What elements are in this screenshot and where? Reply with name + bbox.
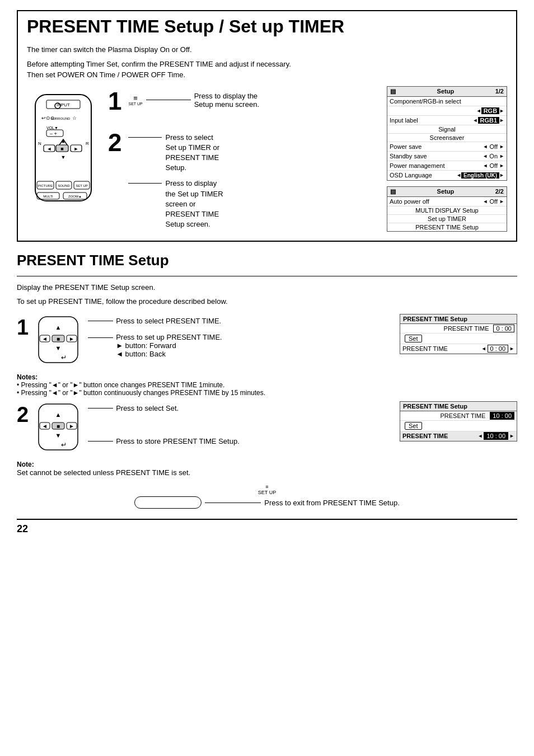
setup-exit-desc: Press to exit from PRESENT TIME Setup. [264,499,400,507]
present-time-section: PRESENT TIME Setup Display the PRESENT T… [17,252,517,509]
pt-step2-line1: Press to select Set. [88,404,394,412]
notes-title: Notes: [17,373,517,381]
section2-title: PRESENT TIME Setup [17,252,517,269]
intro2: Before attempting Timer Set, confirm the… [27,59,507,81]
setup-btn-label: ≡SET UP [258,485,276,496]
pt-step2-text1: Press to select Set. [116,404,179,412]
pt-menu-1-set-row: Set [400,334,517,344]
svg-text:☆: ☆ [72,115,77,121]
page-number: 22 [17,519,517,535]
svg-text:MULTI: MULTI [43,195,53,198]
menu-icon-1: ▤ [390,88,396,95]
svg-text:►: ► [69,336,74,342]
note1: • Pressing "◄" or "►" button once change… [17,381,517,389]
pt-menu-panel-2: PRESENT TIME Setup PRESENT TIME 10 : 00 … [400,401,517,442]
menu-row-screensaver: Screensaver [387,134,507,142]
pt-step1-texts: Press to select PRESENT TIME. Press to s… [88,314,394,358]
menu-row-component: Component/RGB-in select [387,97,507,106]
svg-text:◄: ◄ [42,423,48,429]
svg-text:►: ► [74,146,79,152]
step2-number: 2 [108,130,121,155]
pt-menu-2-time-row: PRESENT TIME 10 : 00 [400,411,517,421]
setup-exit-line [205,503,261,503]
pt-step1-horiz-line1 [88,321,113,321]
step2-line2: Press to displaythe Set up TIMERscreen o… [128,179,223,229]
svg-text:▲: ▲ [55,411,62,418]
svg-text:■: ■ [57,336,60,342]
svg-text:PICTURE: PICTURE [38,184,53,187]
svg-text:ZOOM▲: ZOOM▲ [68,195,82,198]
svg-text:▲: ▲ [61,138,66,144]
intro1: The timer can switch the Plasma Display … [27,44,507,55]
section2-intro1: Display the PRESENT TIME Setup screen. [17,282,517,293]
menu-panel-2: ▤ Setup 2/2 Auto power off ◄ Off ► [387,186,507,232]
pt-menu-1-time-label: PRESENT TIME [444,325,489,332]
pt-step1-horiz-line2 [88,337,113,338]
step2-block: 2 Press to selectSet up TIMER orPRESENT … [108,130,381,230]
svg-text:SURROUND: SURROUND [51,117,71,120]
svg-text:↵: ↵ [61,354,67,361]
pt-menu-1-set-btn: Set [405,335,422,342]
svg-text:N: N [38,141,41,146]
step1-number: 1 [108,89,121,114]
panels-column: ▤ Setup 1/2 Component/RGB-in select ◄ RG… [387,86,507,232]
notes-block: Notes: • Pressing "◄" or "►" button once… [17,373,517,397]
svg-text:↵: ↵ [61,441,67,449]
note-single: Set cannot be selected unless PRESENT TI… [17,468,517,477]
setup-btn-wrapper: ≡SET UP Press to exit from PRESENT TIME … [134,485,400,509]
pt-menu-1-row-label: PRESENT TIME [402,345,448,352]
menu-icon-2: ▤ [390,188,396,195]
pt-step1-left: 1 ▲ ◄ ■ [17,314,394,369]
pt-step2-line2: Press to store PRESENT TIME Setup. [88,437,394,445]
pt-menu-2-set-btn: Set [405,422,422,430]
menu-row-standby-save: Standby save ◄ On ► [387,152,507,161]
step1-content: ≡ SET UP Press to display theSetup menu … [128,89,259,111]
main-title: PRESENT TIME Setup / Set up TIMER [27,17,507,36]
step1-desc: Press to display theSetup menu screen. [194,92,259,109]
pt-remote-1: ▲ ◄ ■ ► ▼ ↵ [33,314,83,369]
pt-menu-panel-1: PRESENT TIME Setup PRESENT TIME 0 : 00 S… [400,314,517,354]
pt-step2-container: 2 ▲ ◄ ■ ► ▼ ↵ [17,401,517,456]
step1-block: 1 ≡ SET UP Press to display theSetup men… [108,89,381,114]
svg-text:R: R [86,141,89,146]
pt-remote-2-svg: ▲ ◄ ■ ► ▼ ↵ [33,401,83,454]
svg-text:SOUND: SOUND [58,184,70,187]
svg-text:SET UP: SET UP [76,184,88,187]
pt-step1-text-group: Press to set up PRESENT TIME. ► button: … [116,333,222,358]
step-row: INPUT ⊙⊙ ↩ SURROUND ☆ VOL▼ – + N R [27,86,507,232]
pt-step2-texts: Press to select Set. Press to store PRES… [88,401,394,445]
pt-menu-1-header: PRESENT TIME Setup [400,314,517,324]
pt-step1-text1: Press to select PRESENT TIME. [116,317,221,325]
note-title: Note: [17,461,517,468]
menu-header-label-2: Setup [437,188,455,195]
menu-row-signal: Signal [387,125,507,134]
setup-btn-shape [134,496,202,509]
menu-row-component-val: ◄ RGB ► [387,106,507,116]
menu-panel-1-header: ▤ Setup 1/2 [387,87,507,97]
pt-menu-1-time-row: PRESENT TIME 0 : 00 [400,324,517,334]
svg-text:◄: ◄ [42,336,48,342]
pt-menu-2-time-value: 10 : 00 [490,412,514,420]
step1-line [146,100,191,100]
section2-intro2: To set up PRESENT TIME, follow the proce… [17,296,517,307]
pt-step1-container: 1 ▲ ◄ ■ [17,314,517,369]
menu-row-multi-display: MULTI DISPLAY Setup [387,206,507,215]
menu-row-power-save: Power save ◄ Off ► [387,142,507,152]
svg-text:▼: ▼ [55,345,62,351]
pt-step1-text3: ► button: Forward [116,341,222,350]
pt-step2-left: 2 ▲ ◄ ■ ► ▼ ↵ [17,401,394,456]
pt-menu-2-time-label: PRESENT TIME [440,412,485,419]
pt-step2-number: 2 [17,404,29,425]
pt-step1-number: 1 [17,317,29,338]
step2-desc1: Press to selectSet up TIMER orPRESENT TI… [165,133,219,173]
menu-row-input-label: Input label ◄ RGB1 ► [387,116,507,125]
svg-text:▼: ▼ [55,432,62,439]
step2-arrow-line1 [128,137,162,138]
svg-text:↩: ↩ [41,115,46,121]
pt-remote-2: ▲ ◄ ■ ► ▼ ↵ [33,401,83,456]
svg-text:▼: ▼ [61,154,66,160]
menu-row-setup-timer: Set up TIMER [387,215,507,223]
menu-row-osd-lang: OSD Language ◄ English (UK) ► [387,171,507,180]
pt-panel-1-container: PRESENT TIME Setup PRESENT TIME 0 : 00 S… [400,314,517,359]
single-note-block: Note: Set cannot be selected unless PRES… [17,461,517,477]
